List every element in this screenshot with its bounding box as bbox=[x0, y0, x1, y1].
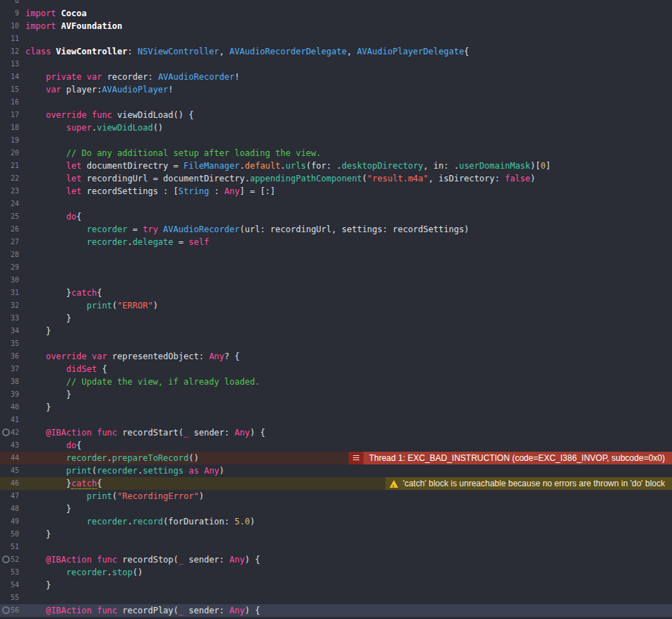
code-line[interactable]: 36 override var representedObject: Any? … bbox=[0, 350, 672, 363]
code-token[interactable] bbox=[25, 466, 66, 476]
code-token[interactable]: import bbox=[25, 21, 56, 31]
code-token[interactable]: . bbox=[107, 453, 112, 463]
code-token[interactable]: var bbox=[92, 351, 107, 361]
code-token[interactable]: userDomainMask bbox=[459, 161, 530, 171]
line-number[interactable]: 44 bbox=[0, 452, 21, 464]
line-number[interactable]: 33 bbox=[0, 312, 21, 325]
code-token[interactable]: _ bbox=[179, 555, 184, 565]
code-token[interactable]: ! bbox=[234, 72, 239, 82]
line-number[interactable]: 24 bbox=[0, 198, 21, 210]
code-token[interactable]: () bbox=[133, 567, 143, 577]
code-token[interactable] bbox=[25, 377, 66, 387]
code-text[interactable]: } bbox=[21, 388, 71, 401]
code-token[interactable]: } bbox=[25, 326, 51, 336]
code-token[interactable]: recorder bbox=[66, 453, 107, 463]
code-token[interactable]: urls bbox=[286, 161, 306, 171]
line-number[interactable]: 52 bbox=[0, 553, 21, 566]
code-token[interactable]: as bbox=[188, 466, 198, 476]
code-token[interactable] bbox=[25, 453, 66, 463]
code-line[interactable]: 24 bbox=[0, 198, 672, 210]
line-number[interactable]: 13 bbox=[0, 58, 21, 71]
line-number[interactable]: 8 bbox=[0, 0, 21, 7]
code-token[interactable]: default bbox=[245, 161, 281, 171]
code-token[interactable] bbox=[25, 428, 46, 438]
code-token[interactable]: AVAudioPlayerDelegate bbox=[357, 47, 464, 56]
code-token[interactable]: { bbox=[76, 440, 81, 450]
code-token[interactable]: sender: bbox=[184, 606, 229, 615]
code-line[interactable]: 29 bbox=[0, 261, 672, 274]
code-token[interactable]: "ERROR" bbox=[117, 301, 153, 311]
code-line[interactable]: 27 recorder.delegate = self bbox=[0, 236, 672, 248]
line-number[interactable]: 10 bbox=[0, 20, 21, 32]
code-token[interactable] bbox=[56, 21, 61, 31]
code-token[interactable]: @IBAction bbox=[46, 428, 92, 438]
code-token[interactable]: func bbox=[97, 428, 117, 438]
code-text[interactable]: } bbox=[21, 401, 51, 414]
code-token[interactable]: print bbox=[66, 466, 92, 476]
line-number[interactable]: 41 bbox=[0, 414, 21, 426]
code-token[interactable]: didSet bbox=[66, 364, 97, 374]
code-token[interactable]: Any bbox=[204, 466, 220, 476]
code-line[interactable]: 14 private var recorder: AVAudioRecorder… bbox=[0, 71, 672, 83]
line-number[interactable]: 9 bbox=[0, 7, 21, 20]
code-token[interactable]: prepareToRecord bbox=[112, 453, 188, 463]
code-token[interactable]: } bbox=[25, 390, 71, 399]
code-token[interactable]: ) bbox=[530, 174, 535, 184]
code-token[interactable]: import bbox=[25, 8, 56, 18]
code-token[interactable]: Any bbox=[209, 351, 224, 361]
code-line[interactable]: 12class ViewController: NSViewController… bbox=[0, 45, 672, 58]
code-line[interactable]: 54 } bbox=[0, 579, 672, 591]
code-token[interactable]: } bbox=[25, 580, 51, 590]
code-token[interactable]: false bbox=[505, 174, 530, 184]
code-token[interactable] bbox=[25, 364, 66, 374]
code-line[interactable]: 48 } bbox=[0, 503, 672, 515]
code-text[interactable]: override func viewDidLoad() { bbox=[21, 109, 193, 121]
code-token[interactable]: AVFoundation bbox=[61, 21, 123, 31]
code-token[interactable] bbox=[25, 491, 87, 501]
line-number[interactable]: 19 bbox=[0, 134, 21, 147]
code-text[interactable]: let recordingUrl = documentDirectry.appe… bbox=[21, 172, 536, 185]
code-text[interactable]: @IBAction func recordPlay(_ sender: Any)… bbox=[21, 604, 260, 617]
code-token[interactable]: recordSettings : [ bbox=[81, 186, 178, 196]
code-token[interactable]: FileManager bbox=[184, 161, 239, 171]
code-token[interactable]: recorder bbox=[87, 237, 128, 247]
line-number[interactable]: 23 bbox=[0, 185, 21, 198]
code-text[interactable] bbox=[21, 134, 25, 147]
code-token[interactable]: ViewController bbox=[56, 47, 127, 56]
line-number[interactable]: 39 bbox=[0, 388, 21, 401]
line-number[interactable]: 30 bbox=[0, 274, 21, 287]
code-line[interactable]: 11 bbox=[0, 32, 672, 45]
runtime-error-annotation[interactable]: Thread 1: EXC_BAD_INSTRUCTION (code=EXC_… bbox=[349, 452, 672, 464]
code-token[interactable]: desktopDirectory bbox=[342, 161, 424, 171]
code-token[interactable] bbox=[25, 212, 66, 222]
code-token[interactable]: viewDidLoad bbox=[97, 123, 152, 133]
code-token[interactable]: player: bbox=[61, 85, 102, 95]
code-token[interactable]: ( bbox=[112, 491, 117, 501]
code-line[interactable]: 50 } bbox=[0, 528, 672, 541]
line-number[interactable]: 54 bbox=[0, 579, 21, 591]
line-number[interactable]: 38 bbox=[0, 375, 21, 388]
code-line[interactable]: 20 // Do any additional setup after load… bbox=[0, 147, 672, 160]
code-text[interactable]: override var representedObject: Any? { bbox=[21, 350, 240, 363]
code-text[interactable]: } bbox=[21, 325, 51, 337]
code-text[interactable]: var player:AVAudioPlayer! bbox=[21, 83, 174, 96]
code-token[interactable]: AVAudioRecorder bbox=[163, 224, 239, 234]
code-token[interactable]: try bbox=[143, 224, 158, 234]
code-text[interactable]: @IBAction func recordStart(_ sender: Any… bbox=[21, 426, 265, 439]
code-token[interactable]: (forDuration: bbox=[163, 517, 234, 527]
code-token[interactable]: func bbox=[97, 606, 117, 615]
code-token[interactable]: recordStart( bbox=[117, 428, 184, 438]
code-token[interactable] bbox=[25, 351, 46, 361]
code-token[interactable] bbox=[25, 237, 87, 247]
code-token[interactable]: = bbox=[128, 224, 143, 234]
code-text[interactable]: import Cocoa bbox=[21, 7, 87, 20]
code-text[interactable]: let recordSettings : [String : Any] = [:… bbox=[21, 185, 275, 198]
code-token[interactable]: AVAudioPlayer bbox=[102, 85, 168, 95]
code-token[interactable]: ) { bbox=[245, 606, 260, 615]
code-token[interactable]: recorder: bbox=[102, 72, 157, 82]
code-token[interactable]: let bbox=[66, 186, 82, 196]
code-token[interactable]: // Update the view, if already loaded. bbox=[66, 377, 260, 387]
code-token[interactable]: : bbox=[128, 47, 138, 56]
code-token[interactable]: var bbox=[87, 72, 102, 82]
code-token[interactable]: Any bbox=[224, 186, 240, 196]
